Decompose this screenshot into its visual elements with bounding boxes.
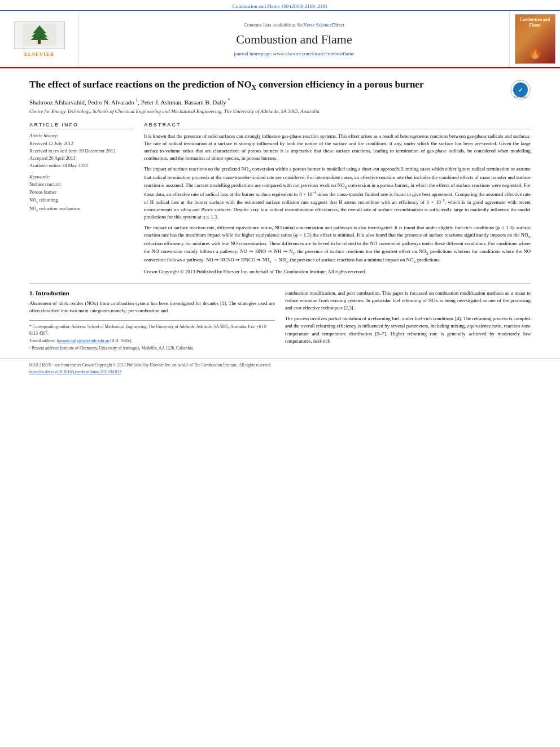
abstract-section: ABSTRACT It is known that the presence o… — [144, 122, 531, 276]
top-banner: Combustion and Flame 160 (2013) 2169–218… — [0, 0, 560, 11]
abstract-para-3: The impact of surface reaction rate, dif… — [144, 224, 531, 264]
abstract-para-2: The impact of surface reactions on the p… — [144, 165, 531, 221]
cover-title: Combustion and Flame — [518, 17, 553, 28]
footer-bar: 0010-2180/$ - see front matter Crown Cop… — [0, 358, 560, 377]
footnote-email: E-mail address: bassam.dally@adelaide.ed… — [29, 338, 275, 344]
journal-header-center: Contents lists available at SciVerse Sci… — [79, 11, 509, 67]
elsevier-label: ELSEVIER — [24, 51, 55, 57]
elsevier-logo-box — [14, 21, 65, 49]
paper-affiliation: Centre for Energy Technology, Schools of… — [29, 108, 531, 115]
keyword-1: Surface reaction — [29, 181, 134, 189]
title-area: ✓ CrossMark The effect of surface reacti… — [29, 78, 531, 92]
paper-title: The effect of surface reactions on the p… — [29, 78, 531, 92]
article-info-panel: ARTICLE INFO Article history: Received 1… — [29, 122, 134, 276]
footnote-email-link[interactable]: bassam.dally@adelaide.edu.au — [57, 338, 110, 343]
intro-right-para-1: combustion modification, and post combus… — [285, 290, 531, 312]
cover-flame-icon: 🔥 — [527, 45, 542, 60]
footnote-star: * Corresponding author. Address: School … — [29, 324, 275, 337]
crossmark-icon: ✓ CrossMark — [510, 80, 531, 100]
abstract-para-4: Crown Copyright © 2013 Published by Else… — [144, 268, 531, 276]
article-info-abstract: ARTICLE INFO Article history: Received 1… — [29, 122, 531, 276]
journal-volume-info: Combustion and Flame 160 (2013) 2169–218… — [233, 3, 328, 9]
journal-cover-area: Combustion and Flame 🔥 — [509, 11, 560, 67]
journal-cover-thumbnail: Combustion and Flame 🔥 — [515, 14, 555, 64]
sciverse-link[interactable]: SciVerse ScienceDirect — [297, 22, 344, 28]
intro-right-col: combustion modification, and post combus… — [285, 290, 531, 353]
crossmark-badge: ✓ CrossMark — [510, 80, 531, 101]
received-date: Received 12 July 2012 — [29, 140, 134, 147]
keyword-3: NOx reburning — [29, 196, 134, 205]
abstract-heading: ABSTRACT — [144, 122, 531, 129]
intro-para-1: Abatement of nitric oxides (NOx) from co… — [29, 300, 275, 315]
elsevier-logo-area: ELSEVIER — [0, 11, 79, 67]
available-online-date: Available online 24 May 2013 — [29, 162, 134, 169]
received-revised-date: Received in revised form 19 December 201… — [29, 147, 134, 155]
paper-content: ✓ CrossMark The effect of surface reacti… — [0, 68, 560, 358]
footer-doi-link[interactable]: http://dx.doi.org/10.1016/j.combustflame… — [29, 369, 121, 374]
elsevier-logo: ELSEVIER — [14, 21, 65, 57]
journal-title: Combustion and Flame — [236, 32, 352, 47]
section-divider — [29, 283, 531, 284]
intro-left-col: 1. Introduction Abatement of nitric oxid… — [29, 290, 275, 353]
footer-issn: 0010-2180/$ - see front matter Crown Cop… — [29, 362, 531, 368]
paper-authors: Shahrooz Afsharvahid, Pedro N. Alvarado … — [29, 98, 531, 106]
keyword-2: Porous burner — [29, 189, 134, 196]
keywords-label: Keywords: — [29, 174, 134, 180]
introduction-section: 1. Introduction Abatement of nitric oxid… — [29, 290, 531, 353]
sciverse-line: Contents lists available at SciVerse Sci… — [244, 22, 345, 28]
accepted-date: Accepted 20 April 2013 — [29, 155, 134, 162]
intro-right-para-2: The process involves partial oxidation o… — [285, 315, 531, 345]
journal-header: ELSEVIER Contents lists available at Sci… — [0, 11, 560, 68]
abstract-para-1: It is known that the presence of solid s… — [144, 133, 531, 163]
intro-body-left: Abatement of nitric oxides (NOx) from co… — [29, 300, 275, 315]
history-label: Article history: — [29, 133, 134, 138]
intro-section-title: 1. Introduction — [29, 290, 275, 296]
footnote-one: ¹ Present address: Institute of Chemistr… — [29, 345, 275, 351]
elsevier-tree-svg — [23, 24, 56, 46]
svg-text:✓: ✓ — [518, 87, 523, 93]
journal-homepage[interactable]: journal homepage: www.elsevier.com/locat… — [234, 51, 354, 56]
keyword-4: NOx reduction mechanism — [29, 205, 134, 213]
svg-text:CrossMark: CrossMark — [514, 96, 527, 99]
footnotes-area: * Corresponding author. Address: School … — [29, 320, 275, 351]
footer-doi: http://dx.doi.org/10.1016/j.combustflame… — [29, 369, 531, 375]
article-info-heading: ARTICLE INFO — [29, 122, 134, 129]
abstract-text: It is known that the presence of solid s… — [144, 133, 531, 276]
intro-body-right: combustion modification, and post combus… — [285, 290, 531, 346]
